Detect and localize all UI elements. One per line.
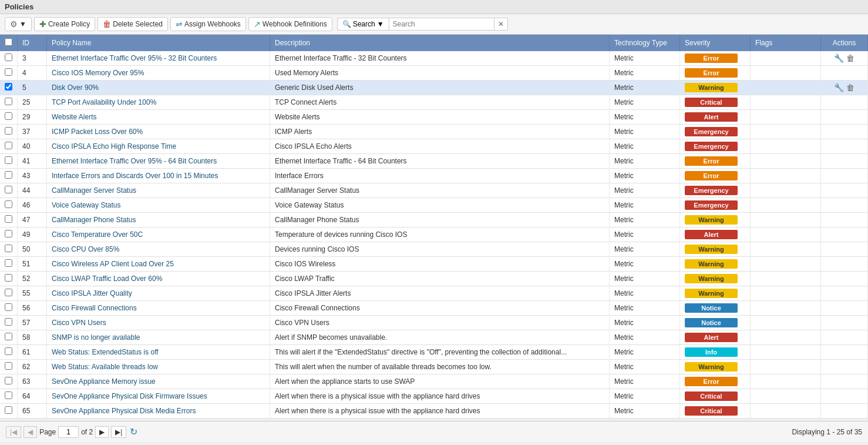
policy-link[interactable]: Voice Gateway Status bbox=[52, 201, 120, 209]
policy-link[interactable]: SevOne Appliance Physical Disk Media Err… bbox=[52, 407, 196, 415]
policy-link[interactable]: Ethernet Interface Traffic Over 95% - 32… bbox=[52, 54, 217, 62]
row-policy-name: Disk Over 90% bbox=[47, 81, 270, 95]
severity-badge: Error bbox=[685, 156, 738, 166]
policy-link[interactable]: SevOne Appliance Memory issue bbox=[52, 377, 156, 386]
row-checkbox[interactable] bbox=[5, 377, 12, 384]
row-checkbox[interactable] bbox=[5, 230, 12, 237]
severity-badge: Critical bbox=[685, 98, 738, 107]
header-policy-name: Policy Name bbox=[47, 35, 270, 51]
page-number-input[interactable] bbox=[58, 426, 79, 438]
row-checkbox[interactable] bbox=[5, 186, 12, 193]
search-icon: 🔍 bbox=[342, 20, 351, 28]
delete-icon[interactable]: 🗑 bbox=[846, 53, 854, 63]
row-checkbox[interactable] bbox=[5, 333, 12, 340]
row-checkbox[interactable] bbox=[5, 274, 12, 282]
row-checkbox[interactable] bbox=[5, 83, 12, 91]
create-policy-icon: ✚ bbox=[39, 19, 46, 29]
policy-link[interactable]: Website Alerts bbox=[52, 113, 96, 121]
row-checkbox-cell bbox=[0, 257, 18, 272]
row-policy-name: ICMP Packet Loss Over 60% bbox=[47, 125, 270, 139]
severity-badge: Warning bbox=[685, 259, 738, 269]
row-id: 50 bbox=[18, 242, 47, 257]
policy-link[interactable]: SNMP is no longer available bbox=[52, 333, 140, 342]
policy-link[interactable]: Ethernet Interface Traffic Over 95% - 64… bbox=[52, 157, 217, 165]
row-id: 52 bbox=[18, 272, 47, 286]
row-policy-name: CallManager Phone Status bbox=[47, 213, 270, 227]
row-description: Generic Disk Used Alerts bbox=[270, 81, 610, 95]
row-checkbox[interactable] bbox=[5, 112, 12, 120]
prev-page-button[interactable]: ◀ bbox=[23, 426, 37, 438]
row-checkbox[interactable] bbox=[5, 171, 12, 179]
header-actions: Actions bbox=[821, 35, 868, 51]
row-checkbox[interactable] bbox=[5, 156, 12, 164]
row-flags bbox=[751, 227, 821, 242]
severity-badge: Warning bbox=[685, 245, 738, 254]
policy-link[interactable]: CallManager Phone Status bbox=[52, 216, 136, 224]
header-checkbox[interactable] bbox=[0, 35, 18, 51]
row-id: 58 bbox=[18, 330, 47, 345]
policy-link[interactable]: Cisco CPU Over 85% bbox=[52, 245, 119, 253]
row-checkbox[interactable] bbox=[5, 53, 12, 61]
policy-link[interactable]: Interface Errors and Discards Over 100 i… bbox=[52, 172, 218, 180]
header-id: ID bbox=[18, 35, 47, 51]
row-checkbox[interactable] bbox=[5, 392, 12, 399]
refresh-button[interactable]: ↻ bbox=[129, 425, 139, 439]
policy-link[interactable]: Disk Over 90% bbox=[52, 83, 99, 92]
policy-link[interactable]: Cisco IOS Memory Over 95% bbox=[52, 69, 144, 77]
row-policy-name: Cisco Wireless AP Client Load Over 25 bbox=[47, 257, 270, 272]
row-checkbox[interactable] bbox=[5, 200, 12, 208]
assign-webhooks-button[interactable]: ⇌ Assign Webhooks bbox=[170, 17, 246, 31]
settings-button[interactable]: ⚙ ▼ bbox=[5, 17, 32, 31]
next-page-button[interactable]: ▶ bbox=[95, 426, 109, 438]
row-checkbox[interactable] bbox=[5, 142, 12, 149]
policy-link[interactable]: Cisco Firewall Connections bbox=[52, 304, 137, 312]
delete-icon[interactable]: 🗑 bbox=[846, 83, 854, 92]
policy-link[interactable]: Cisco IPSLA Jitter Quality bbox=[52, 289, 132, 297]
row-technology-type: Metric bbox=[610, 272, 680, 286]
delete-selected-button[interactable]: 🗑 Delete Selected bbox=[97, 17, 168, 31]
policy-link[interactable]: CallManager Server Status bbox=[52, 186, 136, 195]
row-checkbox[interactable] bbox=[5, 362, 12, 370]
row-checkbox[interactable] bbox=[5, 289, 12, 296]
create-policy-button[interactable]: ✚ Create Policy bbox=[34, 17, 95, 31]
webhook-definitions-button[interactable]: ↗ Webhook Definitions bbox=[248, 17, 332, 31]
row-checkbox[interactable] bbox=[5, 215, 12, 223]
edit-icon[interactable]: 🔧 bbox=[834, 83, 844, 92]
row-severity: Emergency bbox=[680, 183, 751, 198]
row-severity: Warning bbox=[680, 213, 751, 227]
row-description: CallManager Phone Status bbox=[270, 213, 610, 227]
first-page-button[interactable]: |◀ bbox=[6, 426, 21, 438]
search-input[interactable] bbox=[389, 18, 494, 31]
row-checkbox[interactable] bbox=[5, 68, 12, 76]
policy-link[interactable]: Cisco Wireless AP Client Load Over 25 bbox=[52, 260, 174, 268]
row-checkbox[interactable] bbox=[5, 347, 12, 355]
row-severity: Error bbox=[680, 66, 751, 81]
policy-link[interactable]: Web Status: ExtendedStatus is off bbox=[52, 348, 159, 356]
row-checkbox[interactable] bbox=[5, 245, 12, 252]
row-actions bbox=[821, 95, 868, 110]
row-checkbox[interactable] bbox=[5, 127, 12, 135]
policy-link[interactable]: ICMP Packet Loss Over 60% bbox=[52, 128, 143, 136]
row-checkbox[interactable] bbox=[5, 303, 12, 311]
row-severity: Warning bbox=[680, 286, 751, 301]
row-checkbox[interactable] bbox=[5, 406, 12, 414]
search-clear-button[interactable]: ✕ bbox=[494, 18, 508, 31]
severity-badge: Warning bbox=[685, 362, 738, 372]
select-all-checkbox[interactable] bbox=[5, 38, 12, 46]
policy-link[interactable]: Web Status: Available threads low bbox=[52, 363, 158, 371]
row-id: 3 bbox=[18, 51, 47, 66]
policy-link[interactable]: Cisco IPSLA Echo High Response Time bbox=[52, 142, 176, 150]
policy-link[interactable]: Cisco LWAP Traffic Load Over 60% bbox=[52, 275, 162, 283]
last-page-button[interactable]: ▶| bbox=[111, 426, 126, 438]
row-checkbox[interactable] bbox=[5, 98, 12, 105]
policy-link[interactable]: Cisco Temperature Over 50C bbox=[52, 230, 143, 239]
row-checkbox[interactable] bbox=[5, 318, 12, 326]
edit-icon[interactable]: 🔧 bbox=[834, 53, 844, 63]
row-id: 61 bbox=[18, 345, 47, 360]
policy-link[interactable]: TCP Port Availability Under 100% bbox=[52, 98, 156, 106]
policy-link[interactable]: Cisco VPN Users bbox=[52, 319, 106, 327]
policy-link[interactable]: SevOne Appliance Physical Disk Firmware … bbox=[52, 392, 207, 400]
search-dropdown-button[interactable]: 🔍 Search ▼ bbox=[337, 18, 389, 31]
table-row: 50 Cisco CPU Over 85% Devices running Ci… bbox=[0, 242, 868, 257]
row-checkbox[interactable] bbox=[5, 259, 12, 267]
